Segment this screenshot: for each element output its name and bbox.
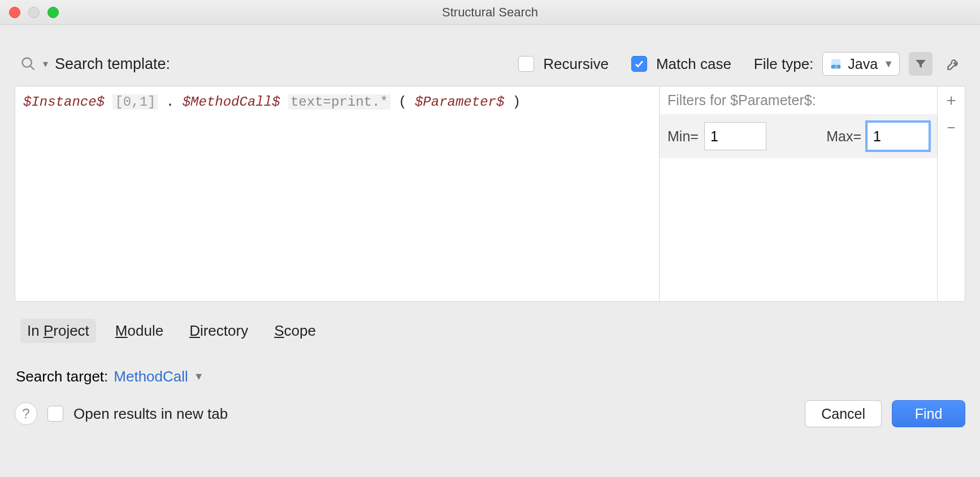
chevron-down-icon[interactable]: ▼ [194, 371, 204, 383]
method-annotation: text=print.* [288, 94, 391, 110]
count-filter-row: Min= Max= [660, 114, 937, 158]
search-target-row: Search target: MethodCall ▼ [16, 368, 965, 385]
search-template-label: Search template: [55, 55, 170, 73]
recursive-checkbox[interactable] [518, 56, 534, 72]
remove-filter-button[interactable]: － [938, 114, 965, 141]
lparen: ( [398, 94, 406, 110]
max-label: Max= [826, 128, 861, 145]
header-row: ▾ Search template: Recursive Match case … [20, 52, 965, 76]
tab-in-project-u: P [44, 322, 53, 339]
svg-text:J: J [835, 64, 837, 69]
search-target-value[interactable]: MethodCall [114, 368, 188, 385]
tab-directory-u: D [189, 322, 200, 339]
tab-module[interactable]: Module [109, 319, 170, 343]
template-editor[interactable]: $Instance$ [0,1] . $MethodCall$ text=pri… [15, 86, 660, 301]
search-icon [20, 56, 36, 72]
var-instance: $Instance$ [23, 94, 105, 110]
min-input[interactable] [704, 122, 766, 150]
filters-title: Filters for $Parameter$: [660, 86, 937, 114]
dot: . [166, 94, 174, 110]
file-type-combo[interactable]: J Java ▼ [822, 52, 900, 76]
count-instance: [0,1] [112, 94, 158, 110]
svg-line-1 [31, 66, 34, 70]
tab-scope-u: S [274, 322, 284, 339]
file-type-value: Java [848, 56, 878, 72]
filters-panel: Filters for $Parameter$: Min= Max= [660, 86, 938, 301]
history-dropdown-icon[interactable]: ▾ [43, 58, 48, 70]
tools-button[interactable] [942, 52, 965, 76]
add-filter-button[interactable]: ＋ [938, 86, 965, 114]
filter-side-buttons: ＋ － [938, 86, 965, 301]
rparen: ) [513, 94, 521, 110]
tab-directory-post: irectory [200, 322, 248, 339]
title-bar: Structural Search [0, 0, 980, 25]
tab-scope[interactable]: Scope [267, 319, 323, 343]
tab-in-project[interactable]: In Project [20, 319, 96, 343]
help-button[interactable]: ? [15, 402, 37, 425]
var-method: $MethodCall$ [183, 94, 280, 110]
tab-in-project-post: roject [53, 322, 89, 339]
var-parameter: $Parameter$ [415, 94, 504, 110]
window-title: Structural Search [0, 5, 980, 20]
chevron-down-icon: ▼ [883, 58, 894, 70]
tab-module-post: odule [128, 322, 164, 339]
cancel-button[interactable]: Cancel [805, 400, 882, 427]
tab-directory[interactable]: Directory [183, 319, 255, 343]
file-type-label: File type: [754, 55, 814, 73]
java-file-icon: J [830, 58, 842, 70]
max-input[interactable] [867, 122, 929, 150]
match-case-checkbox[interactable] [631, 56, 647, 72]
open-new-tab-label: Open results in new tab [73, 405, 228, 423]
recursive-label: Recursive [543, 55, 609, 73]
search-target-label: Search target: [16, 368, 108, 385]
find-button[interactable]: Find [892, 400, 965, 427]
scope-tabs: In Project Module Directory Scope [20, 319, 965, 343]
svg-point-0 [23, 58, 32, 67]
filter-toggle-button[interactable] [909, 52, 933, 76]
open-new-tab-checkbox[interactable] [47, 406, 63, 422]
min-label: Min= [667, 128, 699, 145]
tab-in-project-pre: In [27, 322, 44, 339]
tab-scope-post: cope [284, 322, 316, 339]
tab-module-u: M [115, 322, 128, 339]
match-case-label: Match case [656, 55, 731, 73]
